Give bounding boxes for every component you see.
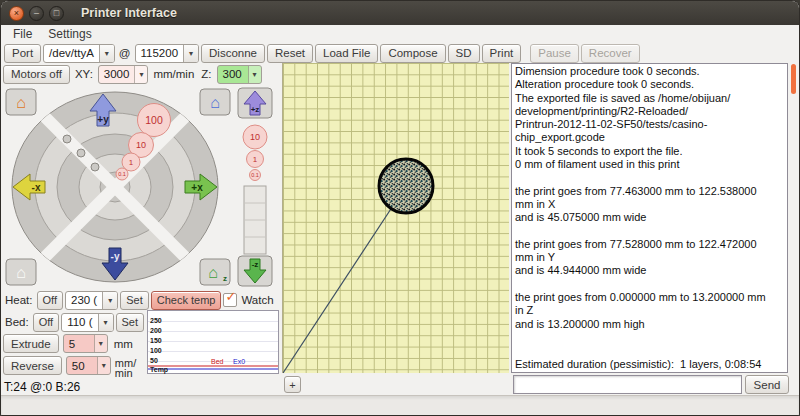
speed-unit-bottom: min <box>115 368 136 378</box>
jog-controls: +y -x +x -y ⌂ <box>3 86 273 288</box>
z-step-badge-1: 1 <box>247 151 264 168</box>
chevron-down-icon[interactable]: ▾ <box>99 45 114 62</box>
log-line: mm in Y <box>515 251 784 264</box>
pause-button[interactable]: Pause <box>530 44 579 63</box>
band-dot <box>91 163 99 171</box>
log-line <box>515 344 784 357</box>
compose-button[interactable]: Compose <box>380 44 445 63</box>
home-all-house-icon: ⌂ <box>16 264 26 281</box>
bed-off-button[interactable]: Off <box>33 313 59 332</box>
band-dot <box>63 135 71 143</box>
graph-tick-150: 150 <box>150 337 162 344</box>
zoom-in-button[interactable]: + <box>284 376 301 393</box>
print-button[interactable]: Print <box>482 44 522 63</box>
jog-plus-z-button[interactable]: +z <box>238 88 272 118</box>
extrude-speed-spinner[interactable]: 50 ▾ <box>66 356 111 375</box>
home-y-button[interactable]: ⌂ <box>200 89 230 115</box>
log-lines: Dimension procedure took 0 seconds.Alter… <box>515 65 784 371</box>
chevron-down-icon[interactable]: ▾ <box>102 292 117 309</box>
titlebar[interactable]: × – □ Printer Interface <box>1 1 799 25</box>
z-feedrate-spinner[interactable]: 300 ▾ <box>217 65 262 84</box>
extruder-legend-label: Ex0 <box>233 358 245 365</box>
reset-button[interactable]: Reset <box>267 44 313 63</box>
menubar: File Settings <box>1 25 799 43</box>
feedrate-row: Motors off XY: 3000 ▾ mm/min Z: 300 ▾ <box>3 64 262 84</box>
xy-feedrate-spinner[interactable]: 3000 ▾ <box>98 65 149 84</box>
log-line: the print goes from 77.528000 mm to 122.… <box>515 238 784 251</box>
extrude-button[interactable]: Extrude <box>3 334 59 353</box>
gcode-viewer[interactable] <box>282 63 509 373</box>
heat-off-button[interactable]: Off <box>37 291 63 310</box>
send-button[interactable]: Send <box>745 375 789 394</box>
scrollbar-thumb[interactable] <box>791 64 796 94</box>
file-menu[interactable]: File <box>5 26 40 42</box>
bed-set-button[interactable]: Set <box>116 313 145 332</box>
extrude-unit-label: mm <box>112 338 135 350</box>
maximize-button[interactable]: □ <box>49 6 64 21</box>
motors-off-button[interactable]: Motors off <box>3 65 70 84</box>
log-line <box>515 331 784 344</box>
chevron-down-icon[interactable]: ▾ <box>98 314 113 331</box>
jog-minus-z-button[interactable]: -z <box>238 256 272 286</box>
maximize-icon: □ <box>54 9 59 18</box>
log-line: It took 5 seconds to export the file. <box>515 145 784 158</box>
step-1-label: 1 <box>129 158 134 167</box>
log-line: Alteration procedure took 0 seconds. <box>515 78 784 91</box>
port-button[interactable]: Port <box>4 44 41 63</box>
step-badge-100: 100 <box>138 104 171 137</box>
z-step-bar[interactable] <box>244 186 266 254</box>
reverse-button[interactable]: Reverse <box>3 356 62 375</box>
command-input[interactable] <box>513 375 742 394</box>
z-jog-strip[interactable]: +z 10 1 0.1 <box>237 86 273 288</box>
log-line: mm in X <box>515 198 784 211</box>
log-output[interactable]: Dimension procedure took 0 seconds.Alter… <box>511 63 788 373</box>
settings-menu[interactable]: Settings <box>40 26 99 42</box>
heat-set-button[interactable]: Set <box>120 291 149 310</box>
watch-checkbox[interactable]: ✓ <box>223 293 237 307</box>
home-z-house-icon: ⌂ <box>208 264 218 281</box>
recover-button[interactable]: Recover <box>581 44 640 63</box>
graph-tick-100: 100 <box>150 347 162 354</box>
log-line: 0 mm of filament used in this print <box>515 158 784 171</box>
speed-unit-label: mm/ min <box>115 356 136 378</box>
baud-select[interactable]: 115200 ▾ <box>135 44 200 63</box>
chevron-down-icon[interactable]: ▾ <box>248 66 261 83</box>
chevron-down-icon[interactable]: ▾ <box>94 335 107 352</box>
z-step-badge-01: 0.1 <box>250 170 261 181</box>
plus-y-label: +y <box>97 114 109 125</box>
extrude-length-spinner[interactable]: 5 ▾ <box>63 334 108 353</box>
log-line: The exported file is saved as /home/obij… <box>515 92 784 105</box>
close-button[interactable]: × <box>9 6 24 21</box>
xy-feed-label: XY: <box>73 68 95 80</box>
gcode-canvas <box>283 63 509 373</box>
chevron-down-icon[interactable]: ▾ <box>134 66 147 83</box>
log-line <box>515 225 784 238</box>
home-z-button[interactable]: ⌂ z <box>200 259 230 285</box>
chevron-down-icon[interactable]: ▾ <box>183 45 198 62</box>
xy-feedrate-value: 3000 <box>99 66 135 83</box>
z-feed-label: Z: <box>199 68 213 80</box>
temperature-readout: T:24 @:0 B:26 <box>4 380 80 394</box>
home-all-button[interactable]: ⌂ <box>6 259 36 285</box>
heat-preset-select[interactable]: 230 ( ▾ <box>65 291 118 310</box>
bed-preset-select[interactable]: 110 ( ▾ <box>61 313 113 332</box>
log-line: Printrun-2012-11-02-SF50/tests/casino- <box>515 118 784 131</box>
port-select[interactable]: /dev/ttyA ▾ <box>43 44 115 63</box>
bed-preset-value: 110 ( <box>62 314 97 331</box>
minimize-button[interactable]: – <box>29 6 44 21</box>
xy-jog-pad[interactable]: +y -x +x -y ⌂ <box>3 86 233 288</box>
home-x-button[interactable]: ⌂ <box>6 89 36 115</box>
at-label: @ <box>117 47 133 59</box>
minus-z-label: -z <box>252 260 259 269</box>
home-x-house-icon: ⌂ <box>16 94 26 111</box>
load-file-button[interactable]: Load File <box>315 44 378 63</box>
chevron-down-icon[interactable]: ▾ <box>97 357 110 374</box>
step-badge-01: 0.1 <box>116 168 128 180</box>
check-temp-button[interactable]: Check temp <box>151 291 222 310</box>
log-line: and is 44.944000 mm wide <box>515 264 784 277</box>
graph-temp-label: Temp <box>150 366 168 374</box>
feed-unit-label: mm/min <box>151 68 196 80</box>
sd-button[interactable]: SD <box>448 44 480 63</box>
disconnect-button[interactable]: Disconne <box>201 44 265 63</box>
bed-row: Bed: Off 110 ( ▾ Set <box>3 312 144 332</box>
